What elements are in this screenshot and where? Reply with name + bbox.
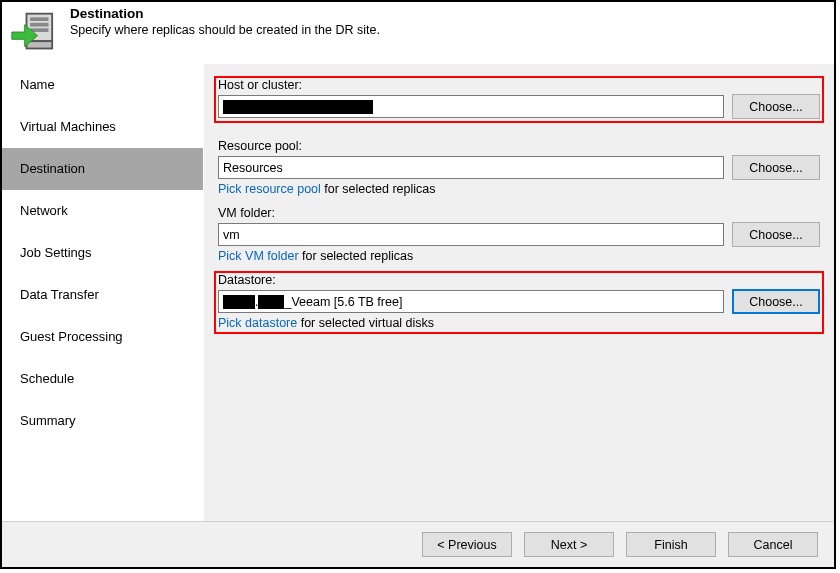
folder-label: VM folder: bbox=[218, 206, 820, 220]
wizard-header: Destination Specify where replicas shoul… bbox=[2, 2, 834, 64]
wizard-steps-sidebar: Name Virtual Machines Destination Networ… bbox=[2, 64, 204, 521]
sidebar-item-summary[interactable]: Summary bbox=[2, 400, 203, 442]
folder-field[interactable]: vm bbox=[218, 223, 724, 246]
sidebar-item-destination[interactable]: Destination bbox=[2, 148, 203, 190]
pool-label: Resource pool: bbox=[218, 139, 820, 153]
wizard-content: Host or cluster: Choose... Resource pool… bbox=[204, 64, 834, 521]
sidebar-item-job-settings[interactable]: Job Settings bbox=[2, 232, 203, 274]
destination-icon bbox=[10, 10, 54, 54]
page-title: Destination bbox=[70, 6, 380, 21]
datastore-field[interactable]: . _Veeam [5.6 TB free] bbox=[218, 290, 724, 313]
sidebar-item-schedule[interactable]: Schedule bbox=[2, 358, 203, 400]
previous-button[interactable]: < Previous bbox=[422, 532, 512, 557]
svg-rect-1 bbox=[30, 17, 48, 21]
pick-pool-line: Pick resource pool for selected replicas bbox=[218, 182, 820, 196]
host-value-redacted bbox=[223, 100, 373, 114]
pick-datastore-rest: for selected virtual disks bbox=[297, 316, 434, 330]
cancel-button[interactable]: Cancel bbox=[728, 532, 818, 557]
finish-button[interactable]: Finish bbox=[626, 532, 716, 557]
datastore-value-suffix: _Veeam [5.6 TB free] bbox=[284, 295, 402, 309]
datastore-redact-2 bbox=[258, 295, 284, 309]
pick-folder-line: Pick VM folder for selected replicas bbox=[218, 249, 820, 263]
svg-rect-2 bbox=[30, 23, 48, 27]
pick-folder-rest: for selected replicas bbox=[299, 249, 414, 263]
pick-pool-rest: for selected replicas bbox=[321, 182, 436, 196]
page-subtitle: Specify where replicas should be created… bbox=[70, 23, 380, 37]
pick-datastore-line: Pick datastore for selected virtual disk… bbox=[218, 316, 820, 330]
pool-field[interactable]: Resources bbox=[218, 156, 724, 179]
choose-datastore-button[interactable]: Choose... bbox=[732, 289, 820, 314]
sidebar-item-virtual-machines[interactable]: Virtual Machines bbox=[2, 106, 203, 148]
pick-folder-link[interactable]: Pick VM folder bbox=[218, 249, 299, 263]
pool-value: Resources bbox=[223, 161, 283, 175]
pick-datastore-link[interactable]: Pick datastore bbox=[218, 316, 297, 330]
host-section-highlight: Host or cluster: Choose... bbox=[214, 76, 824, 123]
pick-pool-link[interactable]: Pick resource pool bbox=[218, 182, 321, 196]
host-label: Host or cluster: bbox=[218, 78, 820, 92]
datastore-section-highlight: Datastore: . _Veeam [5.6 TB free] Choose… bbox=[214, 271, 824, 334]
folder-value: vm bbox=[223, 228, 240, 242]
choose-folder-button[interactable]: Choose... bbox=[732, 222, 820, 247]
wizard-footer: < Previous Next > Finish Cancel bbox=[2, 521, 834, 567]
sidebar-item-name[interactable]: Name bbox=[2, 64, 203, 106]
choose-pool-button[interactable]: Choose... bbox=[732, 155, 820, 180]
choose-host-button[interactable]: Choose... bbox=[732, 94, 820, 119]
next-button[interactable]: Next > bbox=[524, 532, 614, 557]
datastore-redact-1 bbox=[223, 295, 255, 309]
sidebar-item-guest-processing[interactable]: Guest Processing bbox=[2, 316, 203, 358]
datastore-label: Datastore: bbox=[218, 273, 820, 287]
host-field[interactable] bbox=[218, 95, 724, 118]
sidebar-item-network[interactable]: Network bbox=[2, 190, 203, 232]
sidebar-item-data-transfer[interactable]: Data Transfer bbox=[2, 274, 203, 316]
